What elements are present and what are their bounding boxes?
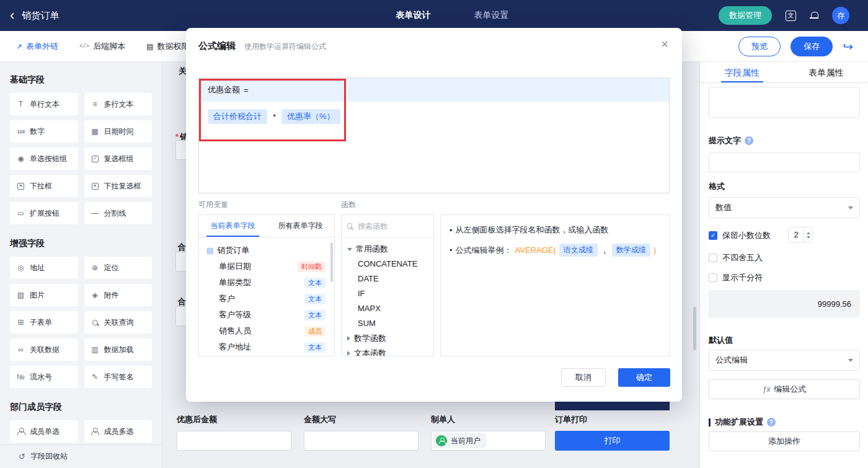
formula-field-chip[interactable]: 优惠率（%） [281,109,340,124]
sidebar-item-serial-number[interactable]: №流水号 [10,366,78,388]
function-group-text[interactable]: 文本函数 [347,346,433,356]
sidebar-item-label: 分割线 [104,208,126,219]
creator-input[interactable]: 当前用户 [431,431,546,451]
type-badge: 文本 [304,310,326,320]
sidebar-item-divider[interactable]: —分割线 [84,202,153,224]
step-up-icon[interactable] [807,232,810,234]
add-action-button[interactable]: 添加操作 [709,431,860,451]
variable-row[interactable]: 客户文本 [206,291,334,307]
thousand-checkbox[interactable] [709,273,717,282]
current-user-chip[interactable]: 当前用户 [433,433,487,448]
help-icon[interactable]: ? [767,418,776,426]
sidebar-item-member-multi[interactable]: 成员多选 [84,420,153,443]
function-item[interactable]: DATE [347,272,433,286]
canvas-scrollbar[interactable] [693,307,696,350]
tab-form-settings[interactable]: 表单设置 [474,10,509,21]
field-recycle-bin[interactable]: ↺ 字段回收站 [0,444,162,468]
sidebar-item-datetime[interactable]: ▦日期时间 [84,120,153,143]
sidebar-item-attachment[interactable]: ◈附件 [84,284,153,306]
tab-form-properties[interactable]: 表单属性 [784,62,868,82]
print-button[interactable]: 打印 [555,431,670,451]
language-icon[interactable]: 文 [786,11,796,21]
sidebar-item-multi-line-text[interactable]: ≡多行文本 [84,93,153,115]
tab-form-design[interactable]: 表单设计 [396,10,431,21]
variable-row[interactable]: 单据类型文本 [206,275,334,291]
sidebar-item-radio-group[interactable]: ◉单选按钮组 [10,148,78,170]
tab-current-form-fields[interactable]: 当前表单字段 [199,215,267,237]
sidebar-item-dropdown-multi[interactable]: ▾下拉复选框 [84,175,153,197]
app-window: ‹ 销货订单 表单设计 表单设置 数据管理 文 存 ↗ 表单外链 </> 后端脚… [0,0,868,468]
function-item[interactable]: SUM [347,316,433,331]
formula-field-chip[interactable]: 合计价税合计 [208,109,267,124]
hint-text-input[interactable] [709,152,860,172]
data-manage-button[interactable]: 数据管理 [719,6,772,25]
no-round-checkbox-row[interactable]: 不四舍五入 [709,252,763,263]
variables-scrollbar[interactable] [330,242,333,282]
save-button[interactable]: 保存 [790,37,833,56]
sidebar-item-checkbox-group[interactable]: ✓复选框组 [84,148,153,170]
tab-all-form-fields[interactable]: 所有表单字段 [267,215,334,237]
step-down-icon[interactable] [807,236,810,239]
sidebar-item-extend-button[interactable]: ▭扩展按钮 [10,202,78,224]
close-icon[interactable]: × [661,38,668,50]
function-item[interactable]: MAPX [347,301,433,316]
help-icon[interactable]: ? [745,136,753,145]
formula-editor[interactable]: 优惠金额 = 合计价税合计 * 优惠率（%） [198,77,670,193]
decimal-checkbox[interactable] [709,231,717,240]
share-icon[interactable]: ↪ [843,39,853,54]
properties-tabs: 字段属性 表单属性 [700,62,868,83]
preview-button[interactable]: 预览 [738,37,781,56]
field-title-box[interactable] [709,87,860,118]
sidebar-item-location[interactable]: ⊕定位 [84,257,153,279]
address-icon: ◎ [16,263,25,272]
function-item[interactable]: CONCATENATE [347,257,433,272]
default-value-select[interactable]: 公式编辑 [709,350,860,371]
sidebar-item-related-query[interactable]: 关联查询 [84,311,153,333]
sidebar-item-data-load[interactable]: ▥数据加载 [84,338,153,361]
thousand-checkbox-row[interactable]: 显示千分符 [709,272,763,283]
tree-root-sales-order[interactable]: ▤ 销货订单 [206,242,334,258]
sidebar-item-image[interactable]: ▨图片 [10,284,78,306]
function-search-input[interactable] [356,221,428,231]
decimal-stepper[interactable]: 2 [788,227,813,243]
function-search[interactable] [342,215,433,237]
variable-row[interactable]: 客户等级文本 [206,307,334,323]
function-group-math[interactable]: 数学函数 [347,331,433,346]
confirm-button[interactable]: 确定 [618,368,670,387]
sidebar-item-address[interactable]: ◎地址 [10,257,78,279]
stepper-arrows[interactable] [804,227,812,242]
back-icon[interactable]: ‹ [10,9,14,22]
variable-row[interactable]: 客户地址文本 [206,339,334,355]
no-round-checkbox[interactable] [709,254,717,262]
section-title-member: 部门成员字段 [10,402,152,413]
equals-sign: = [244,86,249,95]
function-item[interactable]: IF [347,286,433,301]
user-avatar[interactable]: 存 [832,7,849,24]
field-label: 订单打印 [555,414,670,425]
sidebar-item-signature[interactable]: ✎手写签名 [84,366,153,388]
sidebar-item-member-single[interactable]: 成员单选 [10,420,78,443]
toolbar-item-data-permission[interactable]: ▤ 数据权限 [146,41,189,52]
decimal-checkbox-row[interactable]: 保留小数位数 [709,230,771,241]
cancel-button[interactable]: 取消 [561,368,606,387]
sidebar-item-single-line-text[interactable]: T单行文本 [10,93,78,115]
attachment-icon: ◈ [91,291,100,299]
tab-field-properties[interactable]: 字段属性 [700,62,784,82]
sidebar-item-dropdown[interactable]: ▾下拉框 [10,175,78,197]
variable-row[interactable]: 单据日期时间戳 [206,258,334,275]
variable-row[interactable]: 销售人员成员 [206,323,334,339]
type-badge: 时间戳 [298,262,326,272]
amount-in-words-input[interactable] [304,431,418,451]
form-field-creator: 制单人 当前用户 [431,414,546,451]
sidebar-item-number[interactable]: 123数字 [10,120,78,143]
toolbar-item-backend-script[interactable]: </> 后端脚本 [79,41,125,52]
edit-formula-button[interactable]: ƒx 编辑公式 [709,379,860,399]
toolbar-item-external-link[interactable]: ↗ 表单外链 [16,41,58,52]
amount-after-discount-input[interactable] [177,431,291,451]
modal-title: 公式编辑 [198,40,236,52]
sidebar-item-subform[interactable]: ⊞子表单 [10,311,78,333]
format-select[interactable]: 数值 [709,197,860,218]
function-group-common[interactable]: 常用函数 [347,242,433,257]
notification-bell-icon[interactable] [810,11,818,20]
sidebar-item-related-data[interactable]: ∞关联数据 [10,338,78,361]
